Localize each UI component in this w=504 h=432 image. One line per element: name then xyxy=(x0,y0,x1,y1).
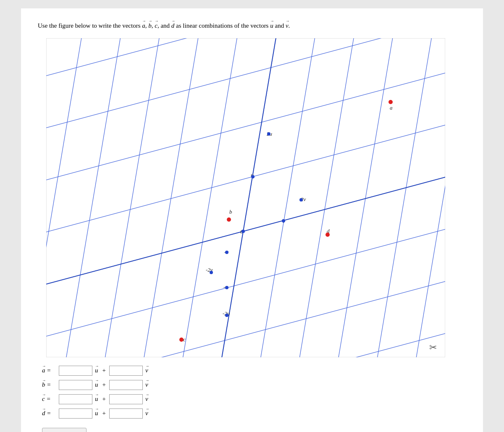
page-container: Use the figure below to write the vector… xyxy=(21,8,483,432)
eq-a-plus: + xyxy=(102,367,106,374)
eq-a-input2[interactable] xyxy=(109,366,143,376)
dot-2v xyxy=(299,198,303,202)
eq-d-vec-u: u→ xyxy=(95,410,98,417)
eq-a-label: a→ = xyxy=(42,367,57,374)
label-a: a xyxy=(390,105,393,111)
eq-b-label: b→ = xyxy=(42,381,57,388)
eq-d-input1[interactable] xyxy=(59,408,92,419)
dot-neg-2u xyxy=(225,314,228,317)
eq-c-label: c→ = xyxy=(42,395,57,403)
equation-row-a: a→ = u→ + v→ xyxy=(42,366,466,376)
eq-a-input1[interactable] xyxy=(59,366,92,376)
dot-u xyxy=(251,175,255,178)
eq-c-input2[interactable] xyxy=(109,394,143,404)
dot-neg-v xyxy=(225,251,228,254)
dot-neg-2y xyxy=(210,271,213,274)
eq-b-plus: + xyxy=(102,381,106,388)
dot-d xyxy=(326,233,330,237)
bug-bounty-button[interactable]: Bug Bounty xyxy=(42,428,87,432)
dot-2u xyxy=(267,132,270,136)
eq-b-input2[interactable] xyxy=(109,380,143,390)
dot-origin xyxy=(242,230,245,233)
eq-c-plus: + xyxy=(102,395,106,403)
eq-a-vec-u: u→ xyxy=(95,367,98,374)
eq-c-vec-v: v→ xyxy=(145,395,148,403)
dot-c xyxy=(179,338,184,342)
eq-c-input1[interactable] xyxy=(59,394,92,404)
equation-row-b: b→ = u→ + v→ xyxy=(42,380,466,390)
dot-v xyxy=(282,219,285,223)
eq-b-vec-u: u→ xyxy=(95,381,98,388)
equations-form: a→ = u→ + v→ b→ = u→ + v→ xyxy=(42,366,466,432)
vector-figure: 2u u 2v v 0 -v -2y -u -2u a b c d ✂ xyxy=(46,38,445,357)
eq-b-vec-v: v→ xyxy=(145,381,148,388)
instructions-text: Use the figure below to write the vector… xyxy=(38,21,466,31)
eq-c-vec-u: u→ xyxy=(95,395,98,403)
dot-neg-u xyxy=(225,286,228,289)
eq-b-input1[interactable] xyxy=(59,380,92,390)
eq-d-input2[interactable] xyxy=(109,408,143,419)
eq-a-vec-v: v→ xyxy=(145,367,148,374)
eq-d-vec-v: v→ xyxy=(145,410,148,417)
eq-d-label: d→ = xyxy=(42,410,57,417)
eq-d-plus: + xyxy=(102,410,106,417)
dot-b xyxy=(227,217,231,222)
equation-row-d: d→ = u→ + v→ xyxy=(42,408,466,419)
label-b: b xyxy=(229,209,232,215)
equation-row-c: c→ = u→ + v→ xyxy=(42,394,466,404)
grid-canvas xyxy=(46,38,445,357)
scissors-icon[interactable]: ✂ xyxy=(429,342,437,353)
dot-a xyxy=(388,100,393,104)
